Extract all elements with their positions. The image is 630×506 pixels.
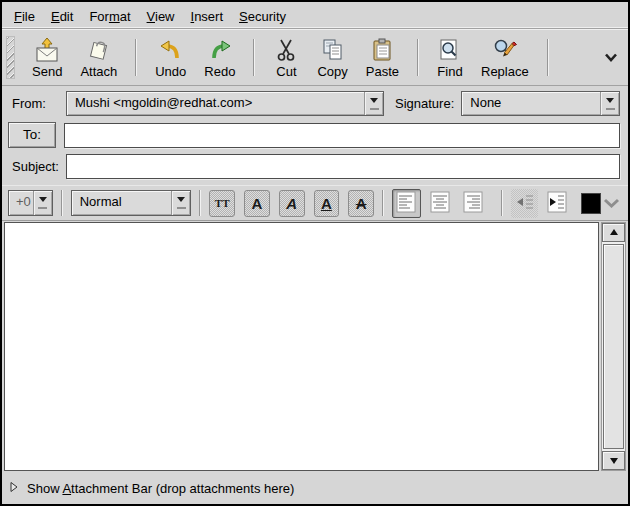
typewriter-icon: TT [215,198,230,209]
underline-toggle-button[interactable]: A [314,190,340,217]
to-input[interactable] [64,123,620,148]
attachment-bar-toggle[interactable]: Show Attachment Bar (drop attachments he… [2,472,628,504]
signature-combobox[interactable]: None [461,91,620,116]
paragraph-style-value: Normal [72,191,172,215]
paste-button[interactable]: Paste [357,32,408,83]
menu-insert[interactable]: Insert [183,7,232,26]
chevron-down-icon [603,196,620,211]
cut-button[interactable]: Cut [264,32,308,83]
from-row: From: Mushi <mgoldin@redhat.com> Signatu… [2,86,628,119]
menu-security-label: Security [239,9,286,24]
menu-insert-label: Insert [191,9,224,24]
attachment-bar-label: Show Attachment Bar (drop attachments he… [27,481,294,496]
send-icon [34,37,60,64]
font-size-combobox[interactable]: +0 [8,190,53,216]
indent-button[interactable] [543,189,571,218]
from-label: From: [8,96,62,111]
italic-toggle-button[interactable]: A [279,190,305,217]
toolbar-separator [61,190,63,216]
copy-label: Copy [317,64,347,79]
vertical-scrollbar[interactable] [601,222,626,471]
font-size-dropdown-button[interactable] [33,191,52,215]
bold-toggle-button[interactable]: A [244,190,270,217]
menu-file[interactable]: File [6,7,43,26]
paragraph-style-dropdown-button[interactable] [171,191,190,215]
send-button[interactable]: Send [23,32,71,83]
menu-edit[interactable]: Edit [43,7,81,26]
chevron-down-icon [370,98,378,107]
from-combobox[interactable]: Mushi <mgoldin@redhat.com> [66,91,384,116]
toolbar-separator [417,39,419,76]
menu-file-label: File [14,9,35,24]
align-left-button[interactable] [392,189,421,218]
toolbar-drag-handle[interactable] [6,36,15,79]
redo-label: Redo [204,64,235,79]
redo-icon [207,37,233,64]
subject-label: Subject: [8,159,62,174]
paragraph-style-combobox[interactable]: Normal [71,190,192,216]
underline-icon: A [321,196,332,211]
attach-button[interactable]: Attach [71,32,126,83]
arrow-down-icon [610,458,618,468]
menu-edit-label: Edit [51,9,73,24]
scrollbar-thumb[interactable] [603,244,624,449]
from-dropdown-button[interactable] [364,92,383,115]
copy-button[interactable]: Copy [308,32,356,83]
align-left-icon [396,191,416,216]
undo-button[interactable]: Undo [146,32,195,83]
find-label: Find [437,64,462,79]
signature-value: None [462,92,600,115]
unindent-icon [515,191,535,216]
copy-icon [320,37,346,64]
align-right-button[interactable] [459,189,488,218]
scroll-up-button[interactable] [602,223,625,242]
typewriter-toggle-button[interactable]: TT [209,190,235,217]
toolbar-separator [547,39,549,76]
chevron-down-icon [39,197,47,206]
mail-composer-window: File Edit Format View Insert Security Se… [0,0,630,506]
toolbar-separator [135,39,137,76]
to-button[interactable]: To: [8,122,56,148]
chevron-down-icon [606,98,614,107]
align-center-button[interactable] [426,189,455,218]
menu-format[interactable]: Format [81,7,138,26]
undo-icon [158,37,184,64]
signature-dropdown-button[interactable] [600,92,619,115]
menu-view-label: View [147,9,175,24]
redo-button[interactable]: Redo [195,32,244,83]
chevron-down-icon [177,197,185,206]
find-icon [437,37,463,64]
scroll-down-button[interactable] [602,451,625,470]
format-toolbar-overflow-button[interactable] [601,194,622,213]
arrow-up-icon [610,225,618,235]
menu-format-label: Format [89,9,130,24]
menu-view[interactable]: View [139,7,183,26]
indent-icon [547,191,567,216]
strikethrough-icon: A [356,196,367,211]
paste-label: Paste [366,64,399,79]
expander-triangle-icon [10,481,18,496]
message-body[interactable] [4,222,599,471]
bold-icon: A [252,196,263,211]
menu-security[interactable]: Security [231,7,294,26]
find-button[interactable]: Find [428,32,472,83]
toolbar-overflow-button[interactable] [600,46,622,69]
text-color-swatch[interactable] [581,193,601,214]
align-right-icon [463,191,483,216]
strikethrough-toggle-button[interactable]: A [348,190,374,217]
font-size-value: +0 [9,191,33,215]
toolbar-separator [199,190,201,216]
signature-label: Signature: [395,96,454,111]
toolbar-separator [501,190,503,216]
paste-icon [369,37,395,64]
cut-icon [273,37,299,64]
replace-button[interactable]: Replace [472,32,538,83]
subject-input[interactable] [66,154,620,179]
toolbar-separator [253,39,255,76]
unindent-button[interactable] [511,189,539,218]
attach-label: Attach [80,64,117,79]
to-label: To: [23,127,41,142]
replace-label: Replace [481,64,529,79]
send-label: Send [32,64,62,79]
align-center-icon [430,191,450,216]
